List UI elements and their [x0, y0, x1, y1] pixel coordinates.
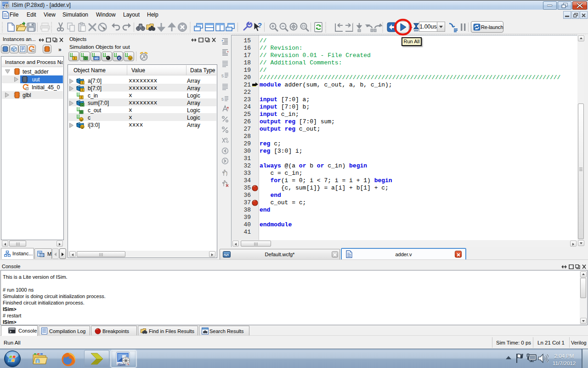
- svg-text:I: I: [82, 81, 83, 84]
- svg-text:U: U: [81, 126, 84, 129]
- svg-text:C: C: [118, 57, 120, 60]
- svg-text:5: 5: [221, 97, 224, 102]
- svg-text:O: O: [85, 57, 87, 60]
- svg-text:U: U: [129, 57, 131, 60]
- svg-text:I: I: [74, 57, 75, 60]
- svg-text:ISim: ISim: [118, 362, 125, 367]
- svg-text:?: ?: [258, 22, 262, 29]
- svg-text:I/O: I/O: [95, 57, 98, 60]
- svg-text:U: U: [80, 118, 83, 121]
- svg-text:O: O: [81, 103, 83, 106]
- svg-text:O: O: [80, 110, 82, 114]
- svg-text:I: I: [81, 96, 82, 99]
- svg-text:5: 5: [221, 74, 224, 78]
- svg-text:I: I: [82, 88, 83, 92]
